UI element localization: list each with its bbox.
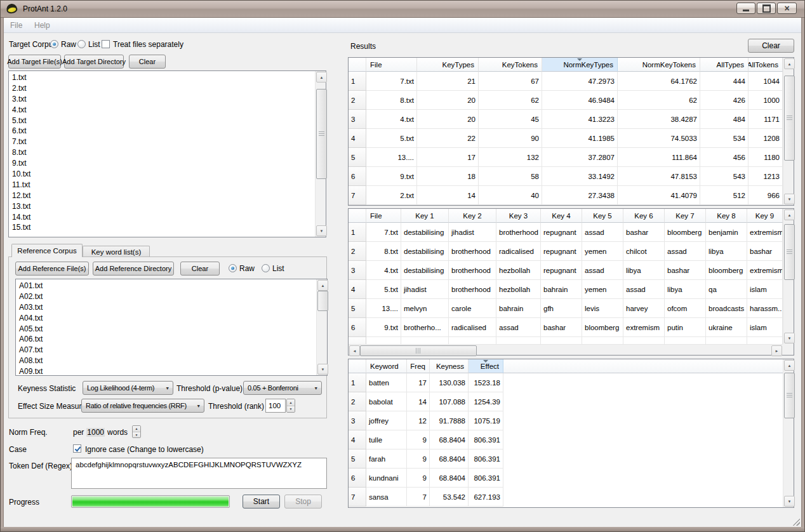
keys-table-vscrollbar[interactable]: ▲ ▼ — [783, 209, 794, 344]
table-cell[interactable]: 40 — [479, 186, 542, 205]
table-cell-empty[interactable] — [503, 488, 783, 507]
reference-list-scrollbar[interactable]: ▲ ▼ — [316, 279, 327, 375]
scroll-down-icon[interactable]: ▼ — [316, 225, 327, 236]
table-cell[interactable]: bloomberg — [706, 261, 747, 280]
column-header[interactable]: Keyword — [366, 359, 407, 373]
column-header[interactable]: AllTokens — [748, 58, 783, 72]
table-cell[interactable]: 8.txt — [366, 242, 401, 261]
table-cell[interactable]: assad — [665, 242, 706, 261]
file-list-item[interactable]: 7.txt — [10, 136, 314, 147]
target-list-scrollbar[interactable]: ▲ ▼ — [315, 71, 326, 237]
column-header[interactable]: Key 5 — [582, 209, 623, 223]
table-cell[interactable]: 91.7888 — [430, 411, 469, 430]
table-cell[interactable]: brotherhood — [449, 261, 496, 280]
table-cell[interactable]: 9.txt — [366, 318, 401, 337]
start-button[interactable]: Start — [243, 495, 280, 509]
target-list-label[interactable]: List — [88, 40, 100, 49]
table-cell[interactable]: 13.... — [366, 299, 401, 318]
table-cell[interactable]: 426 — [700, 91, 748, 110]
table-row[interactable]: 34.txt204541.322338.42874841171 — [349, 110, 794, 129]
add-target-files-button[interactable]: Add Target File(s) — [8, 55, 61, 69]
row-number[interactable]: 2 — [349, 91, 366, 110]
table-cell[interactable]: 68.8404 — [430, 469, 469, 488]
table-cell[interactable]: 534 — [700, 129, 748, 148]
table-cell[interactable]: 1000 — [748, 91, 783, 110]
table-cell[interactable]: 17 — [417, 148, 479, 167]
scroll-left-icon[interactable]: ◄ — [349, 345, 360, 356]
table-cell[interactable] — [665, 337, 706, 344]
row-number[interactable]: 1 — [349, 223, 366, 242]
file-list-item[interactable]: A03.txt — [17, 302, 316, 313]
corner-header[interactable] — [349, 209, 366, 223]
table-cell[interactable]: bashar — [541, 318, 582, 337]
table-cell[interactable]: harvey — [623, 299, 665, 318]
file-list-item[interactable]: 5.txt — [10, 116, 314, 126]
spin-up-icon[interactable]: ▲ — [287, 399, 295, 406]
reference-list-label[interactable]: List — [272, 264, 284, 273]
file-list-item[interactable]: 13.txt — [10, 201, 314, 212]
file-list-item[interactable]: 6.txt — [10, 126, 314, 136]
threshold-rank-input[interactable]: 100 — [265, 399, 286, 413]
table-cell[interactable]: brotherhood — [496, 223, 541, 242]
column-header[interactable]: File — [366, 209, 401, 223]
table-cell-empty[interactable] — [503, 469, 783, 488]
table-cell[interactable]: 41.3223 — [542, 110, 618, 129]
table-cell[interactable]: 33.1492 — [542, 167, 618, 186]
scroll-down-icon[interactable]: ▼ — [784, 496, 795, 507]
row-number[interactable]: 2 — [349, 242, 366, 261]
table-cell[interactable]: 14 — [407, 392, 430, 411]
table-cell[interactable]: 20 — [417, 110, 479, 129]
reference-clear-button[interactable]: Clear — [180, 262, 220, 276]
table-cell[interactable]: 132 — [479, 148, 542, 167]
table-row[interactable]: 34.txtdestabilisingbrotherhoodhezbollahr… — [349, 261, 794, 280]
treat-files-label[interactable]: Treat files separately — [113, 40, 183, 49]
table-row[interactable]: 69.txt185833.149247.81535431213 — [349, 167, 794, 186]
scroll-right-icon[interactable]: ► — [771, 345, 782, 356]
table-cell[interactable]: 806.391 — [469, 469, 503, 488]
row-number[interactable]: 4 — [349, 430, 366, 449]
table-cell[interactable]: tulle — [366, 430, 407, 449]
table-cell[interactable]: jihadist — [449, 337, 496, 344]
column-header[interactable]: NormKeyTokens — [618, 58, 700, 72]
table-cell[interactable]: 47.2973 — [542, 72, 618, 91]
table-cell[interactable]: 14 — [417, 186, 479, 205]
table-cell[interactable]: libya — [665, 280, 706, 299]
table-cell[interactable]: assad — [582, 261, 623, 280]
table-cell[interactable]: 1213 — [748, 167, 783, 186]
table-cell[interactable]: brotherhood — [449, 242, 496, 261]
row-number[interactable]: 4 — [349, 129, 366, 148]
scrollbar-thumb[interactable] — [784, 224, 795, 280]
table-cell[interactable]: 806.391 — [469, 449, 503, 469]
table-row[interactable]: 28.txt206246.9484624261000 — [349, 91, 794, 110]
table-cell[interactable]: hezbollah — [496, 261, 541, 280]
table-cell[interactable]: 41.1985 — [542, 129, 618, 148]
file-list-item[interactable]: A01.txt — [17, 281, 316, 291]
effect-size-select[interactable]: Ratio of relative frequencies (RRF) ▼ — [81, 399, 204, 413]
close-button[interactable]: × — [777, 3, 797, 14]
scrollbar-thumb[interactable] — [317, 291, 328, 311]
column-header[interactable]: Key 9 — [747, 209, 783, 223]
file-list-item[interactable]: A05.txt — [17, 324, 316, 335]
column-header[interactable]: Key 6 — [623, 209, 665, 223]
resize-grip[interactable] — [792, 517, 800, 526]
table-cell[interactable]: 9 — [407, 469, 430, 488]
table-cell[interactable]: 20 — [417, 91, 479, 110]
row-number[interactable]: 6 — [349, 469, 366, 488]
table-cell[interactable]: extremism — [747, 261, 783, 280]
column-header[interactable]: Key 3 — [496, 209, 541, 223]
row-number[interactable]: 1 — [349, 72, 366, 91]
column-header[interactable]: Key 2 — [449, 209, 496, 223]
table-cell[interactable]: 90 — [479, 129, 542, 148]
table-cell[interactable]: 68.8404 — [430, 430, 469, 449]
minimize-button[interactable] — [736, 3, 755, 14]
row-number[interactable]: 7 — [349, 337, 366, 344]
table-cell-empty[interactable] — [503, 411, 783, 430]
table-row[interactable]: 28.txtdestabilisingbrotherhoodradicalise… — [349, 242, 794, 261]
file-list-item[interactable]: A09.txt — [17, 366, 316, 374]
table-cell[interactable]: bashar — [665, 261, 706, 280]
table-cell[interactable]: 7 — [407, 488, 430, 507]
row-number[interactable]: 1 — [349, 373, 366, 392]
table-cell[interactable]: broadcasts — [706, 299, 747, 318]
table-cell[interactable]: bahrain — [496, 299, 541, 318]
table-cell[interactable]: libya — [623, 261, 665, 280]
